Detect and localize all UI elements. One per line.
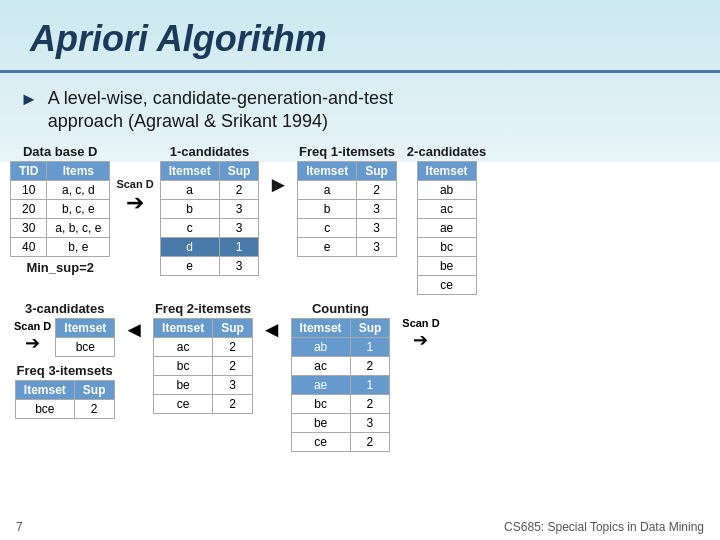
candidates3-label: 3-candidates — [25, 301, 104, 316]
bottom-content-area: 3-candidates Scan D ➔ Itemset bce Freq 3 — [0, 297, 720, 452]
table-row: a2 — [298, 180, 397, 199]
freq2-section: Freq 2-itemsets Itemset Sup ac2 bc2 be3 … — [153, 301, 253, 414]
scan-d-bottom-label: Scan D — [14, 320, 51, 332]
table-row: a2 — [160, 180, 259, 199]
table-row: 40b, e — [11, 237, 110, 256]
table-row: b3 — [160, 199, 259, 218]
table-row: ab — [417, 180, 476, 199]
arrow-counting-to-freq2: ◄ — [261, 317, 283, 343]
freq3-table: Itemset Sup bce2 — [15, 380, 115, 419]
db-col-items: Items — [47, 161, 110, 180]
candidates3-table: Itemset bce — [55, 318, 115, 357]
counting-table: Itemset Sup ab1 ac2 ae1 bc2 be3 ce2 — [291, 318, 391, 452]
table-row: ac — [417, 199, 476, 218]
table-row: bc2 — [154, 356, 253, 375]
database-table: TID Items 10a, c, d 20b, c, e 30a, b, c,… — [10, 161, 110, 257]
table-row-highlight: ab1 — [291, 337, 390, 356]
table-row: bce — [56, 337, 115, 356]
table-row: ae — [417, 218, 476, 237]
table-row: be — [417, 256, 476, 275]
candidates3-row: Scan D ➔ Itemset bce — [14, 318, 115, 357]
table-row: be3 — [154, 375, 253, 394]
freq1-label: Freq 1-itemsets — [299, 144, 395, 159]
divider — [0, 70, 720, 73]
bullet-row: ► A level-wise, candidate-generation-and… — [0, 83, 720, 140]
database-section: Data base D TID Items 10a, c, d 20b, c, … — [10, 144, 110, 275]
scan-d-label: Scan D — [116, 178, 153, 190]
candidates1-table: Itemset Sup a2 b3 c3 d1 e3 — [160, 161, 260, 276]
page-number: 7 — [16, 520, 23, 534]
table-row: 20b, c, e — [11, 199, 110, 218]
slide: Apriori Algorithm ► A level-wise, candid… — [0, 0, 720, 540]
table-row: ac2 — [154, 337, 253, 356]
table-row: 10a, c, d — [11, 180, 110, 199]
scan-d-arrow: ➔ — [126, 190, 144, 216]
scan-d-right-label: Scan D — [402, 317, 439, 329]
table-row: ac2 — [291, 356, 390, 375]
table-row: ce2 — [291, 432, 390, 451]
table-row-highlight: ae1 — [291, 375, 390, 394]
min-sup-label: Min_sup=2 — [26, 260, 94, 275]
arrow-1-to-freq1: ► — [265, 172, 291, 198]
scan-d-right: Scan D ➔ — [402, 317, 439, 351]
table-row: bc2 — [291, 394, 390, 413]
database-label: Data base D — [23, 144, 97, 159]
footer: 7 CS685: Special Topics in Data Mining — [0, 520, 720, 534]
table-row: bc — [417, 237, 476, 256]
table-row: e3 — [160, 256, 259, 275]
candidates3-area: 3-candidates Scan D ➔ Itemset bce Freq 3 — [14, 301, 115, 419]
candidates1-label: 1-candidates — [170, 144, 249, 159]
counting-section: Counting Itemset Sup ab1 ac2 ae1 bc2 be3… — [291, 301, 391, 452]
bullet-text: A level-wise, candidate-generation-and-t… — [48, 87, 393, 134]
top-content-area: Data base D TID Items 10a, c, d 20b, c, … — [0, 140, 720, 295]
freq1-section: Freq 1-itemsets Itemset Sup a2 b3 c3 e3 — [297, 144, 397, 257]
db-col-tid: TID — [11, 161, 47, 180]
candidates2-section: 2-candidates Itemset ab ac ae bc be ce — [407, 144, 486, 295]
candidates1-section: 1-candidates Itemset Sup a2 b3 c3 d1 e3 — [160, 144, 260, 276]
counting-label: Counting — [312, 301, 369, 316]
freq3-section: Freq 3-itemsets Itemset Sup bce2 — [15, 363, 115, 419]
freq2-table: Itemset Sup ac2 bc2 be3 ce2 — [153, 318, 253, 414]
candidates2-table: Itemset ab ac ae bc be ce — [417, 161, 477, 295]
bullet-icon: ► — [20, 89, 38, 110]
candidates2-label: 2-candidates — [407, 144, 486, 159]
table-row: be3 — [291, 413, 390, 432]
table-row: c3 — [298, 218, 397, 237]
table-row: e3 — [298, 237, 397, 256]
table-row: ce — [417, 275, 476, 294]
scan-d-bottom-arrow: ➔ — [25, 332, 40, 354]
table-row: ce2 — [154, 394, 253, 413]
table-row: bce2 — [15, 399, 114, 418]
table-row: b3 — [298, 199, 397, 218]
slide-title: Apriori Algorithm — [0, 0, 720, 70]
course-name: CS685: Special Topics in Data Mining — [504, 520, 704, 534]
freq2-label: Freq 2-itemsets — [155, 301, 251, 316]
scan-d-bottom: Scan D ➔ — [14, 320, 51, 354]
freq1-table: Itemset Sup a2 b3 c3 e3 — [297, 161, 397, 257]
table-row-highlight: d1 — [160, 237, 259, 256]
table-row: c3 — [160, 218, 259, 237]
arrow-freq2-to-3cand: ◄ — [123, 317, 145, 343]
table-row: 30a, b, c, e — [11, 218, 110, 237]
scan-d-right-arrow: ➔ — [413, 329, 428, 351]
scan-d-area: Scan D ➔ — [116, 174, 153, 216]
freq3-label: Freq 3-itemsets — [15, 363, 115, 378]
